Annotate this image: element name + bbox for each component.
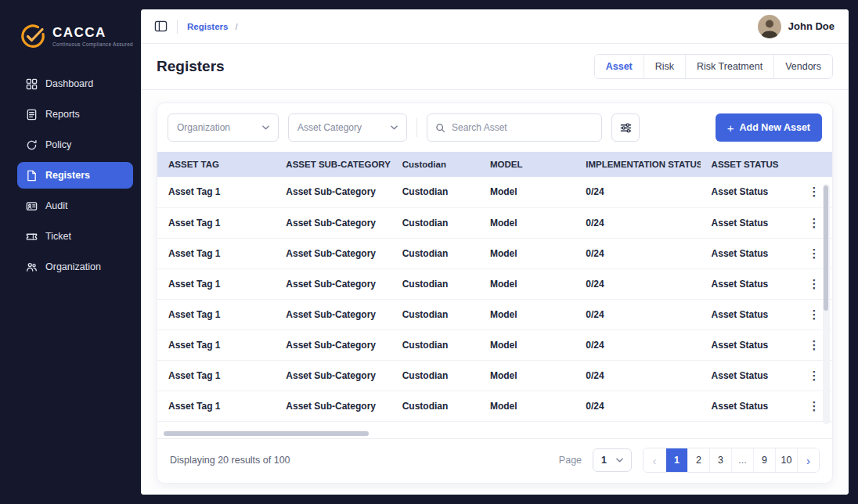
- table-cell: 0/24: [575, 360, 700, 391]
- plus-icon: +: [727, 122, 734, 134]
- table-cell: Model: [479, 329, 575, 360]
- topbar-divider: [177, 20, 178, 34]
- asset-category-select-value: Asset Category: [297, 122, 362, 133]
- policy-icon: [25, 139, 38, 151]
- table-row: Asset Tag 1Asset Sub-CategoryCustodianMo…: [157, 268, 832, 299]
- sidebar-item-dashboard[interactable]: Dashboard: [17, 70, 133, 97]
- pagination-prev-button[interactable]: ‹: [644, 448, 665, 472]
- sidebar: CACCA Continuous Compliance Assured Dash…: [9, 9, 141, 495]
- column-header: Custodian: [391, 152, 479, 177]
- table-cell: Asset Status: [701, 299, 796, 329]
- table-cell: Model: [479, 299, 575, 329]
- breadcrumb-separator: /: [235, 22, 237, 31]
- breadcrumb[interactable]: Registers: [187, 22, 228, 31]
- tab-asset[interactable]: Asset: [595, 55, 644, 78]
- table-cell: Model: [479, 238, 575, 268]
- table-cell: Asset Tag 1: [157, 177, 275, 207]
- chevron-down-icon: [262, 125, 269, 130]
- filters-bar: Organization Asset Category: [157, 103, 832, 152]
- filter-settings-button[interactable]: [611, 113, 640, 142]
- add-new-asset-button[interactable]: + Add New Asset: [716, 113, 822, 142]
- table-row: Asset Tag 1Asset Sub-CategoryCustodianMo…: [157, 299, 832, 329]
- organization-select[interactable]: Organization: [168, 113, 279, 142]
- sidebar-item-ticket[interactable]: Ticket: [17, 223, 133, 250]
- pagination-page-2[interactable]: 2: [687, 448, 709, 472]
- tab-vendors[interactable]: Vendors: [773, 55, 832, 78]
- table-cell: Asset Sub-Category: [275, 421, 391, 429]
- registers-icon: [25, 169, 38, 182]
- table-body: Asset Tag 1Asset Sub-CategoryCustodianMo…: [157, 177, 832, 429]
- table-cell: Asset Status: [701, 391, 796, 421]
- sidebar-item-organization[interactable]: Organization: [17, 254, 133, 280]
- user-menu[interactable]: John Doe: [758, 15, 835, 38]
- table-cell: Asset Sub-Category: [275, 299, 391, 329]
- asset-category-select[interactable]: Asset Category: [288, 113, 407, 142]
- table-cell: Custodian: [391, 329, 479, 360]
- table-row: Asset Tag 1Asset Sub-CategoryCustodianMo…: [157, 207, 832, 238]
- table-cell: Custodian: [391, 207, 479, 238]
- table-cell: Model: [479, 268, 575, 299]
- sidebar-item-label: Audit: [45, 200, 68, 211]
- tab-risk-treatment[interactable]: Risk Treatment: [685, 55, 773, 78]
- tab-risk[interactable]: Risk: [644, 55, 685, 78]
- sidebar-item-label: Dashboard: [45, 78, 93, 89]
- table-cell: Custodian: [391, 299, 479, 329]
- table-cell: Asset Sub-Category: [275, 329, 391, 360]
- table-cell: Asset Status: [701, 268, 796, 299]
- audit-icon: [25, 200, 38, 212]
- page-title: Registers: [157, 58, 225, 75]
- table-cell: Custodian: [391, 268, 479, 299]
- table-cell: Asset Status: [701, 177, 796, 207]
- sidebar-item-reports[interactable]: Reports: [17, 101, 133, 128]
- table-cell: Custodian: [391, 177, 479, 207]
- horizontal-scrollbar[interactable]: [157, 429, 832, 438]
- sidebar-item-policy[interactable]: Policy: [17, 131, 133, 158]
- chevron-down-icon: [391, 125, 398, 130]
- table-cell: 0/24: [575, 421, 700, 429]
- search-input[interactable]: [452, 122, 593, 133]
- page-label: Page: [559, 455, 582, 466]
- pagination-page-9[interactable]: 9: [753, 448, 775, 472]
- brand-name: CACCA: [52, 26, 133, 39]
- vertical-scrollbar[interactable]: [823, 184, 830, 424]
- content-area: Organization Asset Category: [141, 90, 849, 495]
- table-cell: Asset Tag 1: [157, 299, 275, 329]
- sidebar-toggle-button[interactable]: [150, 16, 171, 37]
- table-cell: Asset Status: [701, 329, 796, 360]
- table-cell: 0/24: [575, 299, 700, 329]
- table-cell: Model: [479, 207, 575, 238]
- table-cell: Custodian: [391, 391, 479, 421]
- table-cell: 0/24: [575, 391, 700, 421]
- vertical-scrollbar-thumb[interactable]: [824, 185, 828, 311]
- table-row: Asset Tag 1Asset Sub-CategoryCustodianMo…: [157, 238, 832, 268]
- table-cell: Custodian: [391, 238, 479, 268]
- assets-table: ASSET TAGASSET SUB-CATEGORYCustodianMODE…: [157, 152, 832, 429]
- table-footer: Displaying 20 results of 100 Page 1 ‹123…: [157, 438, 832, 483]
- horizontal-scrollbar-thumb[interactable]: [164, 431, 369, 436]
- pagination-page-1[interactable]: 1: [665, 448, 687, 472]
- brand-tagline: Continuous Compliance Assured: [52, 41, 133, 47]
- pagination: ‹123...910›: [643, 448, 820, 473]
- table-row: Asset Tag 1Asset Sub-CategoryCustodianMo…: [157, 421, 832, 429]
- pagination-page-10[interactable]: 10: [775, 448, 797, 472]
- table-cell: Custodian: [391, 421, 479, 429]
- column-header: IMPLEMENTATION STATUS: [575, 152, 700, 177]
- table-cell: Asset Sub-Category: [275, 238, 391, 268]
- asset-register-card: Organization Asset Category: [157, 103, 833, 484]
- avatar[interactable]: [758, 15, 781, 38]
- page-number-select[interactable]: 1: [593, 448, 632, 472]
- page-header: Registers AssetRiskRisk TreatmentVendors: [141, 44, 849, 90]
- sliders-icon: [620, 122, 632, 134]
- table-cell: 0/24: [575, 207, 700, 238]
- column-header: ASSET STATUS: [701, 152, 796, 177]
- table-cell: Model: [479, 360, 575, 391]
- sidebar-item-registers[interactable]: Registers: [17, 162, 133, 189]
- pagination-next-button[interactable]: ›: [797, 448, 819, 472]
- asset-search: [427, 113, 602, 142]
- table-cell: Asset Tag 1: [157, 360, 275, 391]
- main-panel: Registers / John Doe Registers AssetRisk…: [141, 9, 849, 495]
- topbar: Registers / John Doe: [141, 9, 849, 44]
- table-cell: Asset Tag 1: [157, 421, 275, 429]
- pagination-page-3[interactable]: 3: [709, 448, 731, 472]
- sidebar-item-audit[interactable]: Audit: [17, 193, 133, 219]
